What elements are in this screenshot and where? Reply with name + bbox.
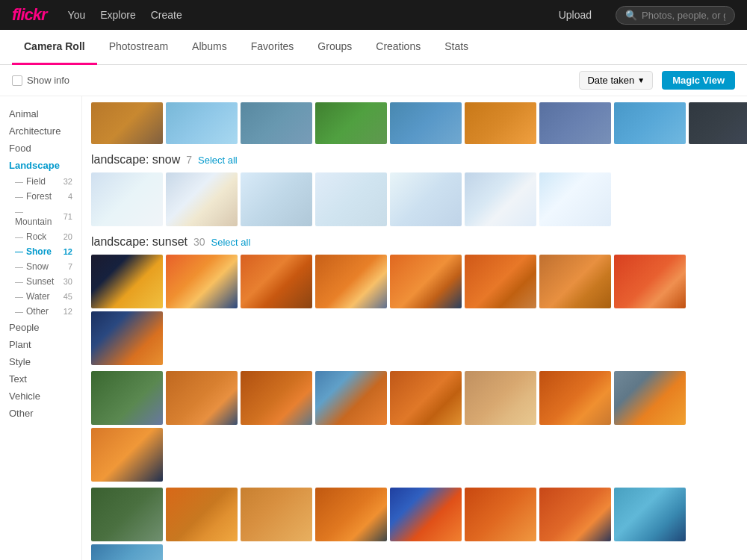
- table-row[interactable]: [390, 488, 462, 541]
- search-icon: 🔍: [625, 10, 637, 21]
- sidebar-sub-water[interactable]: —Water 45: [0, 289, 81, 304]
- table-row[interactable]: [315, 371, 387, 425]
- table-row[interactable]: [465, 172, 536, 226]
- table-row[interactable]: [241, 172, 312, 226]
- table-row[interactable]: [390, 255, 462, 308]
- table-row[interactable]: [91, 255, 163, 308]
- main-layout: Animal Architecture Food Landscape —Fiel…: [0, 96, 747, 560]
- list-item[interactable]: [465, 102, 536, 144]
- table-row[interactable]: [166, 172, 238, 226]
- list-item[interactable]: [539, 102, 611, 144]
- sidebar-item-food[interactable]: Food: [0, 140, 81, 157]
- sunset-photo-grid-1: [91, 255, 738, 365]
- table-row[interactable]: [539, 488, 611, 541]
- sunset-photo-grid-3: [91, 488, 738, 560]
- sidebar-item-text[interactable]: Text: [0, 370, 81, 388]
- tab-albums[interactable]: Albums: [180, 30, 239, 65]
- sidebar-item-people[interactable]: People: [0, 319, 81, 336]
- table-row[interactable]: [91, 371, 163, 425]
- list-item[interactable]: [689, 102, 747, 144]
- tab-groups[interactable]: Groups: [306, 30, 364, 65]
- list-item[interactable]: [91, 102, 163, 144]
- flickr-logo[interactable]: flickr: [12, 5, 47, 25]
- list-item[interactable]: [315, 102, 387, 144]
- chevron-down-icon: ▼: [637, 76, 645, 84]
- snow-section-title: landscape: snow: [91, 153, 180, 167]
- sidebar-item-landscape[interactable]: Landscape: [0, 157, 81, 174]
- snow-photo-grid: [91, 172, 738, 226]
- list-item[interactable]: [166, 102, 238, 144]
- sidebar-sub-mountain[interactable]: —Mountain 71: [0, 204, 81, 229]
- toolbar: Show info Date taken ▼ Magic View: [0, 65, 747, 96]
- sidebar-sub-shore[interactable]: —Shore 12: [0, 244, 81, 259]
- sunset-select-all[interactable]: Select all: [211, 237, 251, 248]
- sidebar-sub-snow[interactable]: —Snow 7: [0, 259, 81, 274]
- sidebar-item-animal[interactable]: Animal: [0, 105, 81, 122]
- top-photo-strip: [91, 102, 738, 144]
- table-row[interactable]: [614, 255, 686, 308]
- table-row[interactable]: [166, 371, 238, 425]
- table-row[interactable]: [539, 172, 611, 226]
- table-row[interactable]: [614, 488, 686, 541]
- tab-camera-roll[interactable]: Camera Roll: [12, 30, 97, 65]
- sidebar-sub-rock[interactable]: —Rock 20: [0, 229, 81, 244]
- table-row[interactable]: [166, 488, 238, 541]
- list-item[interactable]: [390, 102, 462, 144]
- magic-view-button[interactable]: Magic View: [662, 71, 735, 90]
- table-row[interactable]: [465, 371, 536, 425]
- list-item[interactable]: [614, 102, 686, 144]
- tab-photostream[interactable]: Photostream: [97, 30, 180, 65]
- sidebar: Animal Architecture Food Landscape —Fiel…: [0, 96, 82, 560]
- table-row[interactable]: [91, 172, 163, 226]
- sidebar-item-other[interactable]: Other: [0, 405, 81, 422]
- table-row[interactable]: [614, 371, 686, 425]
- table-row[interactable]: [241, 255, 312, 308]
- table-row[interactable]: [390, 172, 462, 226]
- date-taken-button[interactable]: Date taken ▼: [579, 71, 653, 90]
- table-row[interactable]: [91, 311, 163, 365]
- table-row[interactable]: [465, 255, 536, 308]
- tab-creations[interactable]: Creations: [364, 30, 433, 65]
- show-info-label[interactable]: Show info: [12, 75, 69, 86]
- table-row[interactable]: [166, 255, 238, 308]
- nav-create[interactable]: Create: [151, 9, 182, 21]
- tab-favorites[interactable]: Favorites: [239, 30, 306, 65]
- sidebar-sub-field[interactable]: —Field 32: [0, 174, 81, 189]
- table-row[interactable]: [465, 488, 536, 541]
- sidebar-item-style[interactable]: Style: [0, 353, 81, 370]
- sidebar-item-vehicle[interactable]: Vehicle: [0, 388, 81, 405]
- sidebar-sub-sunset[interactable]: —Sunset 30: [0, 274, 81, 289]
- table-row[interactable]: [241, 371, 312, 425]
- sub-navigation: Camera Roll Photostream Albums Favorites…: [0, 30, 747, 65]
- snow-section-header: landscape: snow 7 Select all: [91, 153, 738, 167]
- table-row[interactable]: [91, 488, 163, 541]
- snow-select-all[interactable]: Select all: [198, 155, 238, 166]
- table-row[interactable]: [315, 255, 387, 308]
- table-row[interactable]: [241, 488, 312, 541]
- show-info-checkbox[interactable]: [12, 75, 22, 86]
- sunset-section-count: 30: [193, 236, 205, 248]
- sidebar-item-plant[interactable]: Plant: [0, 336, 81, 353]
- table-row[interactable]: [315, 172, 387, 226]
- table-row[interactable]: [315, 488, 387, 541]
- table-row[interactable]: [91, 428, 163, 482]
- table-row[interactable]: [390, 371, 462, 425]
- sunset-section-header: landscape: sunset 30 Select all: [91, 235, 738, 249]
- content-area: landscape: snow 7 Select all landscape: …: [82, 96, 747, 560]
- sidebar-sub-forest[interactable]: —Forest 4: [0, 189, 81, 204]
- upload-button[interactable]: Upload: [559, 9, 592, 21]
- search-box[interactable]: 🔍: [616, 6, 735, 25]
- table-row[interactable]: [91, 544, 163, 560]
- sidebar-item-architecture[interactable]: Architecture: [0, 122, 81, 140]
- sunset-section-title: landscape: sunset: [91, 235, 187, 249]
- table-row[interactable]: [539, 371, 611, 425]
- nav-you[interactable]: You: [68, 9, 86, 21]
- sidebar-sub-other-landscape[interactable]: —Other 12: [0, 304, 81, 319]
- top-navigation: flickr You Explore Create Upload 🔍: [0, 0, 747, 30]
- search-input[interactable]: [642, 10, 725, 21]
- nav-explore[interactable]: Explore: [100, 9, 135, 21]
- sunset-photo-grid-2: [91, 371, 738, 482]
- tab-stats[interactable]: Stats: [433, 30, 480, 65]
- table-row[interactable]: [539, 255, 611, 308]
- list-item[interactable]: [241, 102, 312, 144]
